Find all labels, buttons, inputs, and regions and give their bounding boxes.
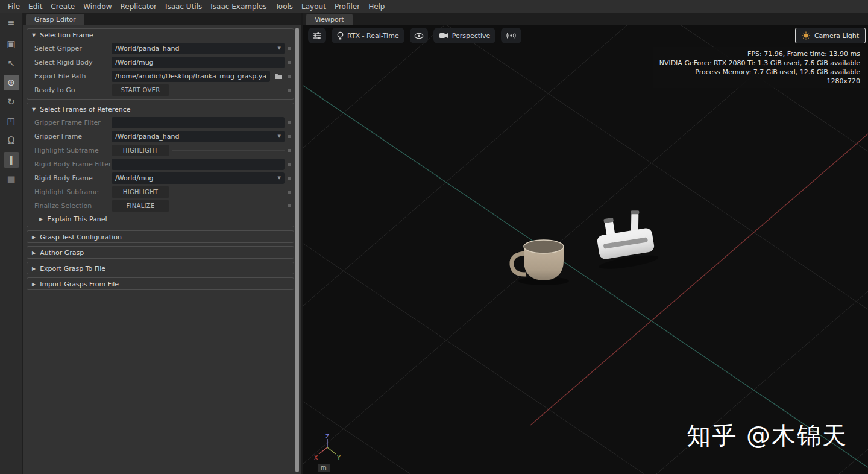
gpu-stat: NVIDIA GeForce RTX 2080 Ti: 1.3 GiB used… [659, 58, 860, 68]
viewport-settings-button[interactable] [308, 28, 326, 43]
section-author-grasp: ▶ Author Grasp [27, 246, 294, 259]
row-ready-to-go: Ready to Go START OVER [27, 83, 294, 96]
export-grasp-to-file-header[interactable]: ▶ Export Grasp To File [27, 262, 294, 274]
dropdown-value: /World/panda_hand [115, 45, 180, 52]
reset-indicator[interactable] [288, 177, 291, 180]
hamburger-menu-icon[interactable]: ≡ [4, 17, 19, 28]
explain-this-panel-header[interactable]: ▶ Explain This Panel [27, 213, 294, 225]
reset-indicator[interactable] [288, 163, 291, 166]
row-divider [172, 150, 285, 151]
export-file-path-label: Export File Path [34, 72, 112, 80]
finalize-button[interactable]: FINALIZE [112, 200, 169, 212]
camera-icon [439, 32, 448, 39]
panel-scrollbar[interactable] [295, 28, 299, 472]
reset-indicator[interactable] [288, 204, 291, 207]
gripper-3d-model[interactable] [591, 207, 659, 271]
reset-indicator[interactable] [288, 75, 291, 78]
watermark: 知乎 @木锦天 [687, 419, 848, 452]
menu-item-replicator[interactable]: Replicator [116, 0, 161, 13]
fps-stat: FPS: 71.96, Frame time: 13.90 ms [659, 49, 860, 58]
section-grasp-test-configuration: ▶ Grasp Test Configuration [27, 230, 294, 243]
viewport-select-icon[interactable]: ▣ [4, 36, 19, 52]
gripper-frame-label: Gripper Frame [34, 133, 112, 141]
select-gripper-dropdown[interactable]: /World/panda_hand ▼ [112, 43, 285, 54]
panel-tabstrip: Grasp Editor [23, 13, 301, 25]
chevron-down-icon: ▼ [278, 134, 281, 139]
select-rigid-body-input[interactable] [112, 57, 285, 68]
row-finalize-selection: Finalize Selection FINALIZE [27, 199, 294, 212]
triangle-open-icon: ▼ [32, 107, 36, 112]
menu-item-isaac-examples[interactable]: Isaac Examples [206, 0, 271, 13]
x-axis-line [530, 134, 868, 425]
mug-3d-model[interactable] [512, 240, 569, 285]
ready-to-go-label: Ready to Go [34, 86, 112, 94]
select-rigid-body-label: Select Rigid Body [34, 58, 112, 66]
broadcast-icon [505, 31, 517, 40]
reset-indicator[interactable] [288, 149, 291, 152]
menu-item-profiler[interactable]: Profiler [330, 0, 364, 13]
rigid-body-frame-filter-input[interactable] [112, 159, 285, 170]
reset-indicator[interactable] [288, 121, 291, 124]
export-file-path-input[interactable] [112, 71, 270, 82]
tab-grasp-editor[interactable]: Grasp Editor [26, 14, 84, 25]
renderer-label: RTX - Real-Time [347, 32, 399, 40]
author-grasp-header[interactable]: ▶ Author Grasp [27, 247, 294, 259]
rotate-tool-icon[interactable]: ↻ [4, 94, 19, 110]
menu-item-edit[interactable]: Edit [24, 0, 46, 13]
snap-tool-icon[interactable]: Ω [4, 133, 19, 148]
row-select-rigid-body: Select Rigid Body [27, 55, 294, 69]
section-title: Export Grasp To File [40, 265, 105, 273]
reset-indicator[interactable] [288, 61, 291, 64]
reset-indicator[interactable] [288, 89, 291, 92]
rigid-body-frame-dropdown[interactable]: /World/mug ▼ [112, 172, 285, 184]
row-rigid-body-frame: Rigid Body Frame /World/mug ▼ [27, 171, 294, 185]
left-toolbar: ≡ ▣ ↖ ⊕ ↻ ◳ Ω ‖ ■ [0, 13, 23, 474]
section-import-grasps-from-file: ▶ Import Grasps From File [27, 277, 294, 290]
menu-item-layout[interactable]: Layout [297, 0, 330, 13]
gripper-frame-filter-input[interactable] [112, 117, 285, 128]
menu-item-window[interactable]: Window [79, 0, 116, 13]
viewport-canvas[interactable]: RTX - Real-Time Perspective [303, 25, 868, 474]
frames-of-reference-header[interactable]: ▼ Select Frames of Reference [27, 103, 294, 116]
chevron-down-icon: ▼ [278, 175, 281, 180]
axis-gizmo[interactable]: Z X Y [310, 434, 344, 464]
move-tool-icon[interactable]: ⊕ [4, 75, 19, 90]
camera-light-button[interactable]: Camera Light [795, 28, 866, 43]
menu-item-help[interactable]: Help [364, 0, 389, 13]
broadcast-button[interactable] [501, 28, 521, 43]
triangle-closed-icon: ▶ [32, 235, 36, 240]
select-gripper-label: Select Gripper [34, 45, 112, 52]
section-title: Grasp Test Configuration [40, 233, 122, 241]
row-highlight-rigid-body-subframe: Highlight Subframe HIGHLIGHT [27, 185, 294, 198]
start-over-button[interactable]: START OVER [112, 84, 169, 96]
section-title: Select Frames of Reference [40, 106, 130, 113]
reset-indicator[interactable] [288, 47, 291, 50]
grid-lines [303, 25, 868, 474]
pause-icon[interactable]: ‖ [4, 152, 19, 168]
row-export-file-path: Export File Path [27, 69, 294, 83]
menu-item-file[interactable]: File [4, 0, 24, 13]
browse-file-button[interactable] [272, 71, 285, 82]
visibility-button[interactable] [410, 28, 428, 43]
stop-icon[interactable]: ■ [4, 171, 19, 187]
camera-button[interactable]: Perspective [433, 28, 496, 43]
highlight-rigid-body-button[interactable]: HIGHLIGHT [112, 186, 169, 198]
menu-item-create[interactable]: Create [46, 0, 79, 13]
renderer-button[interactable]: RTX - Real-Time [332, 28, 404, 43]
menu-item-isaac-utils[interactable]: Isaac Utils [161, 0, 206, 13]
scale-tool-icon[interactable]: ◳ [4, 113, 19, 129]
reset-indicator[interactable] [288, 135, 291, 138]
selection-frame-header[interactable]: ▼ Selection Frame [27, 29, 294, 42]
tab-viewport[interactable]: Viewport [306, 14, 353, 25]
import-grasps-from-file-header[interactable]: ▶ Import Grasps From File [27, 278, 294, 290]
highlight-gripper-button[interactable]: HIGHLIGHT [112, 145, 169, 156]
select-tool-icon[interactable]: ↖ [4, 55, 19, 71]
gripper-frame-dropdown[interactable]: /World/panda_hand ▼ [112, 131, 285, 142]
section-frames-of-reference: ▼ Select Frames of Reference Gripper Fra… [27, 103, 294, 227]
row-divider [172, 90, 285, 90]
explain-label: Explain This Panel [47, 215, 107, 223]
menu-item-tools[interactable]: Tools [271, 0, 298, 13]
section-export-grasp-to-file: ▶ Export Grasp To File [27, 262, 294, 274]
reset-indicator[interactable] [288, 191, 291, 194]
grasp-test-configuration-header[interactable]: ▶ Grasp Test Configuration [27, 231, 294, 243]
